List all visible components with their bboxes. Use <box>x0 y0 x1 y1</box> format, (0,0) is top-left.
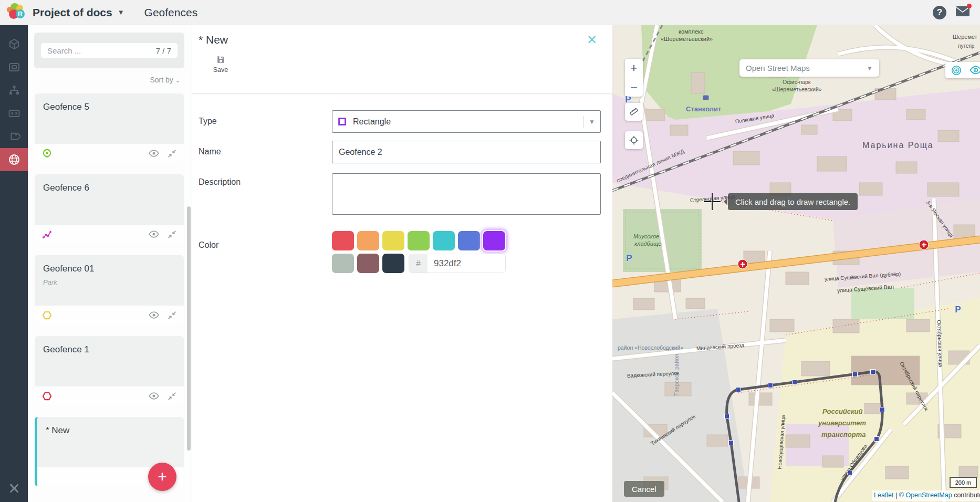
color-swatch[interactable] <box>433 231 455 250</box>
locate-button[interactable] <box>625 131 643 149</box>
save-button[interactable]: Save <box>208 55 233 74</box>
color-swatch[interactable] <box>332 254 354 273</box>
zoom-in-button[interactable]: + <box>625 59 643 78</box>
name-input[interactable]: Geofence 2 <box>332 141 601 163</box>
geofence-card[interactable]: Geofence 01 Park <box>35 255 184 325</box>
card-footer <box>35 144 184 163</box>
map-label: кладбище <box>634 240 661 247</box>
eye-icon[interactable] <box>969 66 980 75</box>
cancel-button[interactable]: Cancel <box>624 481 664 497</box>
geofence-title: Geofence 1 <box>35 336 184 355</box>
hierarchy-icon <box>8 84 20 97</box>
visibility-eye-icon[interactable] <box>149 150 159 157</box>
nav-tags[interactable] <box>0 125 28 148</box>
type-select[interactable]: Rectangle ▼ <box>332 110 601 133</box>
color-label: Color <box>199 240 218 250</box>
form-title: * New <box>199 34 228 46</box>
globe-icon <box>8 153 20 166</box>
osm-link[interactable]: © OpenStreetMap <box>899 491 952 499</box>
search-input[interactable]: Search ... 7 / 7 <box>41 43 178 58</box>
description-textarea[interactable] <box>332 173 601 215</box>
route-geofence-icon <box>42 229 52 239</box>
help-icon[interactable]: ? <box>933 6 946 19</box>
nav-rail <box>0 25 28 502</box>
map-layer-select[interactable]: Open Street Maps ▼ <box>739 59 879 77</box>
chevron-down-icon: ▼ <box>589 118 595 125</box>
map-label: Офис-парк <box>783 79 810 85</box>
color-swatch[interactable] <box>483 231 505 250</box>
zoom-control: + − <box>625 59 643 97</box>
palette-row-2: #932df2 <box>332 254 506 273</box>
color-swatch[interactable] <box>458 231 480 250</box>
nav-geofences[interactable] <box>0 148 28 171</box>
station-marker-icon <box>703 96 709 100</box>
code-icon <box>8 107 20 120</box>
project-selector[interactable]: Project of docs <box>33 6 112 19</box>
zoom-out-button[interactable]: − <box>625 78 643 97</box>
search-placeholder: Search ... <box>47 46 156 55</box>
geofence-card[interactable]: Geofence 1 <box>35 336 184 405</box>
map-label: Станколит <box>686 105 721 113</box>
topbar: R Project of docs ▼ Geofences ? <box>0 0 980 25</box>
rectangle-type-icon <box>338 117 347 126</box>
color-swatch[interactable] <box>382 231 404 250</box>
focus-on-map-icon[interactable] <box>168 311 176 320</box>
focus-on-map-icon[interactable] <box>168 392 176 401</box>
visibility-eye-icon[interactable] <box>149 392 159 400</box>
name-label: Name <box>199 147 221 156</box>
nav-panels[interactable] <box>0 56 28 79</box>
hex-color-input[interactable]: #932df2 <box>409 254 506 273</box>
nav-tools[interactable] <box>0 478 28 499</box>
map-label: «Шереметьевский» <box>772 86 822 92</box>
page-title: Geofences <box>144 6 198 19</box>
add-geofence-button[interactable]: + <box>148 463 176 491</box>
palette-row-1 <box>332 231 506 250</box>
color-swatch[interactable] <box>382 254 404 273</box>
close-icon[interactable]: ✕ <box>587 34 597 46</box>
geofence-title: Geofence 5 <box>35 93 184 112</box>
list-scrollbar[interactable] <box>187 206 191 451</box>
measure-button[interactable] <box>625 103 643 121</box>
tag-icon <box>8 130 20 143</box>
polygon-geofence-icon <box>42 310 52 320</box>
attribution-suffix: contributors <box>952 491 980 499</box>
color-swatch[interactable] <box>408 231 430 250</box>
geofence-card[interactable]: Geofence 6 <box>35 174 184 244</box>
visibility-eye-icon[interactable] <box>149 231 159 238</box>
focus-on-map-icon[interactable] <box>168 230 176 239</box>
description-label: Description <box>199 177 241 187</box>
tools-icon <box>8 483 20 494</box>
circle-geofence-icon <box>42 149 52 159</box>
chevron-down-icon: ▼ <box>867 65 873 72</box>
leaflet-link[interactable]: Leaflet <box>874 491 894 499</box>
geofence-layer-icon[interactable] <box>951 65 962 76</box>
sort-by-control[interactable]: Sort by⌄ <box>150 76 180 84</box>
draw-tooltip: Click and drag to draw rectangle. <box>728 193 858 210</box>
map-label: «Шереметьевский» <box>661 36 713 42</box>
color-swatch[interactable] <box>332 231 354 250</box>
card-footer <box>35 386 184 405</box>
attribution-separator: | <box>894 491 899 499</box>
color-swatch[interactable] <box>357 254 379 273</box>
map-label: комплекс <box>679 28 704 35</box>
nav-code[interactable] <box>0 102 28 125</box>
floppy-save-icon <box>216 55 226 65</box>
map-label: район «Новослободский» <box>618 344 683 351</box>
messages-icon[interactable] <box>956 6 969 18</box>
hex-value[interactable]: 932df2 <box>428 254 505 273</box>
nav-hierarchy[interactable] <box>0 79 28 102</box>
visibility-eye-icon[interactable] <box>149 311 159 319</box>
geofence-card[interactable]: Geofence 5 <box>35 93 184 163</box>
map-label: Российский <box>822 407 862 415</box>
map-scale: 200 m <box>950 477 977 488</box>
app-logo-icon[interactable]: R <box>4 2 25 23</box>
map-panel[interactable]: комплекс«Шереметьевский»ШереметпутепрОфи… <box>612 25 980 502</box>
nav-devices[interactable] <box>0 33 28 56</box>
focus-on-map-icon[interactable] <box>168 149 176 158</box>
type-label: Type <box>199 117 217 126</box>
map-label: Шеремет <box>953 34 977 40</box>
name-value: Geofence 2 <box>339 148 382 157</box>
chevron-down-icon[interactable]: ▼ <box>118 8 124 16</box>
color-swatch[interactable] <box>357 231 379 250</box>
draw-crosshair-cursor <box>704 193 721 210</box>
